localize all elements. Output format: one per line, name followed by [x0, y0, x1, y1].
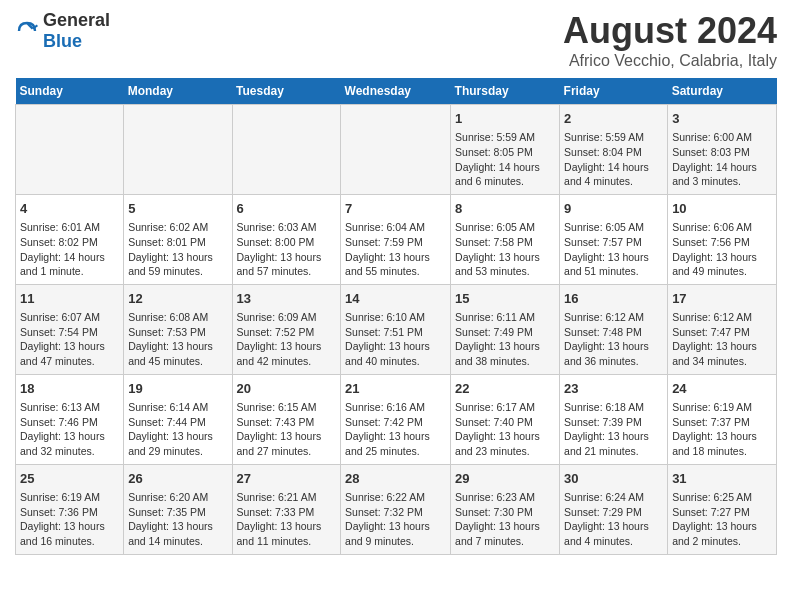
day-info: Sunrise: 6:17 AMSunset: 7:40 PMDaylight:…	[455, 400, 555, 459]
day-number: 25	[20, 470, 119, 488]
calendar-week-5: 25Sunrise: 6:19 AMSunset: 7:36 PMDayligh…	[16, 464, 777, 554]
day-number: 3	[672, 110, 772, 128]
calendar-cell: 5Sunrise: 6:02 AMSunset: 8:01 PMDaylight…	[124, 194, 232, 284]
day-info: Sunrise: 6:12 AMSunset: 7:47 PMDaylight:…	[672, 310, 772, 369]
day-number: 31	[672, 470, 772, 488]
day-number: 22	[455, 380, 555, 398]
logo-text: General Blue	[43, 10, 110, 52]
calendar-cell: 10Sunrise: 6:06 AMSunset: 7:56 PMDayligh…	[668, 194, 777, 284]
calendar-cell: 19Sunrise: 6:14 AMSunset: 7:44 PMDayligh…	[124, 374, 232, 464]
day-info: Sunrise: 6:04 AMSunset: 7:59 PMDaylight:…	[345, 220, 446, 279]
day-number: 19	[128, 380, 227, 398]
calendar-cell: 17Sunrise: 6:12 AMSunset: 7:47 PMDayligh…	[668, 284, 777, 374]
calendar-cell: 11Sunrise: 6:07 AMSunset: 7:54 PMDayligh…	[16, 284, 124, 374]
calendar-cell: 7Sunrise: 6:04 AMSunset: 7:59 PMDaylight…	[341, 194, 451, 284]
day-number: 4	[20, 200, 119, 218]
calendar-cell: 30Sunrise: 6:24 AMSunset: 7:29 PMDayligh…	[560, 464, 668, 554]
calendar-week-3: 11Sunrise: 6:07 AMSunset: 7:54 PMDayligh…	[16, 284, 777, 374]
calendar-cell: 26Sunrise: 6:20 AMSunset: 7:35 PMDayligh…	[124, 464, 232, 554]
calendar-cell: 31Sunrise: 6:25 AMSunset: 7:27 PMDayligh…	[668, 464, 777, 554]
day-number: 17	[672, 290, 772, 308]
calendar-cell: 14Sunrise: 6:10 AMSunset: 7:51 PMDayligh…	[341, 284, 451, 374]
calendar-cell: 12Sunrise: 6:08 AMSunset: 7:53 PMDayligh…	[124, 284, 232, 374]
day-info: Sunrise: 6:06 AMSunset: 7:56 PMDaylight:…	[672, 220, 772, 279]
calendar-cell	[124, 105, 232, 195]
header-sunday: Sunday	[16, 78, 124, 105]
day-info: Sunrise: 6:09 AMSunset: 7:52 PMDaylight:…	[237, 310, 337, 369]
day-info: Sunrise: 6:03 AMSunset: 8:00 PMDaylight:…	[237, 220, 337, 279]
day-number: 6	[237, 200, 337, 218]
calendar-week-1: 1Sunrise: 5:59 AMSunset: 8:05 PMDaylight…	[16, 105, 777, 195]
day-number: 30	[564, 470, 663, 488]
day-info: Sunrise: 6:11 AMSunset: 7:49 PMDaylight:…	[455, 310, 555, 369]
day-number: 16	[564, 290, 663, 308]
day-number: 5	[128, 200, 227, 218]
calendar-cell: 24Sunrise: 6:19 AMSunset: 7:37 PMDayligh…	[668, 374, 777, 464]
day-number: 13	[237, 290, 337, 308]
day-info: Sunrise: 6:07 AMSunset: 7:54 PMDaylight:…	[20, 310, 119, 369]
logo-general: General	[43, 10, 110, 30]
day-info: Sunrise: 6:02 AMSunset: 8:01 PMDaylight:…	[128, 220, 227, 279]
day-number: 21	[345, 380, 446, 398]
day-number: 12	[128, 290, 227, 308]
header-friday: Friday	[560, 78, 668, 105]
header-thursday: Thursday	[451, 78, 560, 105]
logo-icon	[15, 19, 39, 43]
day-info: Sunrise: 6:15 AMSunset: 7:43 PMDaylight:…	[237, 400, 337, 459]
calendar-cell: 15Sunrise: 6:11 AMSunset: 7:49 PMDayligh…	[451, 284, 560, 374]
logo-blue: Blue	[43, 31, 82, 51]
day-info: Sunrise: 6:12 AMSunset: 7:48 PMDaylight:…	[564, 310, 663, 369]
calendar-cell: 1Sunrise: 5:59 AMSunset: 8:05 PMDaylight…	[451, 105, 560, 195]
calendar-cell	[341, 105, 451, 195]
calendar-cell	[232, 105, 341, 195]
day-info: Sunrise: 6:24 AMSunset: 7:29 PMDaylight:…	[564, 490, 663, 549]
calendar-cell	[16, 105, 124, 195]
calendar-cell: 8Sunrise: 6:05 AMSunset: 7:58 PMDaylight…	[451, 194, 560, 284]
calendar-cell: 6Sunrise: 6:03 AMSunset: 8:00 PMDaylight…	[232, 194, 341, 284]
calendar-cell: 22Sunrise: 6:17 AMSunset: 7:40 PMDayligh…	[451, 374, 560, 464]
calendar-table: Sunday Monday Tuesday Wednesday Thursday…	[15, 78, 777, 555]
calendar-cell: 28Sunrise: 6:22 AMSunset: 7:32 PMDayligh…	[341, 464, 451, 554]
calendar-header: Sunday Monday Tuesday Wednesday Thursday…	[16, 78, 777, 105]
day-number: 15	[455, 290, 555, 308]
calendar-cell: 16Sunrise: 6:12 AMSunset: 7:48 PMDayligh…	[560, 284, 668, 374]
day-info: Sunrise: 5:59 AMSunset: 8:05 PMDaylight:…	[455, 130, 555, 189]
header-monday: Monday	[124, 78, 232, 105]
calendar-week-4: 18Sunrise: 6:13 AMSunset: 7:46 PMDayligh…	[16, 374, 777, 464]
calendar-week-2: 4Sunrise: 6:01 AMSunset: 8:02 PMDaylight…	[16, 194, 777, 284]
day-info: Sunrise: 6:25 AMSunset: 7:27 PMDaylight:…	[672, 490, 772, 549]
day-number: 23	[564, 380, 663, 398]
day-info: Sunrise: 6:22 AMSunset: 7:32 PMDaylight:…	[345, 490, 446, 549]
title-area: August 2024 Africo Vecchio, Calabria, It…	[563, 10, 777, 70]
day-number: 26	[128, 470, 227, 488]
calendar-cell: 2Sunrise: 5:59 AMSunset: 8:04 PMDaylight…	[560, 105, 668, 195]
day-info: Sunrise: 6:00 AMSunset: 8:03 PMDaylight:…	[672, 130, 772, 189]
header-saturday: Saturday	[668, 78, 777, 105]
day-number: 11	[20, 290, 119, 308]
day-info: Sunrise: 6:16 AMSunset: 7:42 PMDaylight:…	[345, 400, 446, 459]
day-number: 8	[455, 200, 555, 218]
day-number: 18	[20, 380, 119, 398]
day-number: 7	[345, 200, 446, 218]
calendar-cell: 9Sunrise: 6:05 AMSunset: 7:57 PMDaylight…	[560, 194, 668, 284]
calendar-cell: 18Sunrise: 6:13 AMSunset: 7:46 PMDayligh…	[16, 374, 124, 464]
day-info: Sunrise: 6:19 AMSunset: 7:36 PMDaylight:…	[20, 490, 119, 549]
calendar-body: 1Sunrise: 5:59 AMSunset: 8:05 PMDaylight…	[16, 105, 777, 555]
day-info: Sunrise: 6:01 AMSunset: 8:02 PMDaylight:…	[20, 220, 119, 279]
day-number: 20	[237, 380, 337, 398]
calendar-cell: 13Sunrise: 6:09 AMSunset: 7:52 PMDayligh…	[232, 284, 341, 374]
day-number: 28	[345, 470, 446, 488]
day-number: 2	[564, 110, 663, 128]
sub-title: Africo Vecchio, Calabria, Italy	[563, 52, 777, 70]
day-info: Sunrise: 6:19 AMSunset: 7:37 PMDaylight:…	[672, 400, 772, 459]
day-info: Sunrise: 6:21 AMSunset: 7:33 PMDaylight:…	[237, 490, 337, 549]
header-row: Sunday Monday Tuesday Wednesday Thursday…	[16, 78, 777, 105]
day-number: 9	[564, 200, 663, 218]
calendar-cell: 21Sunrise: 6:16 AMSunset: 7:42 PMDayligh…	[341, 374, 451, 464]
day-info: Sunrise: 6:14 AMSunset: 7:44 PMDaylight:…	[128, 400, 227, 459]
page-header: General Blue August 2024 Africo Vecchio,…	[15, 10, 777, 70]
day-info: Sunrise: 6:13 AMSunset: 7:46 PMDaylight:…	[20, 400, 119, 459]
calendar-cell: 23Sunrise: 6:18 AMSunset: 7:39 PMDayligh…	[560, 374, 668, 464]
calendar-cell: 25Sunrise: 6:19 AMSunset: 7:36 PMDayligh…	[16, 464, 124, 554]
day-number: 29	[455, 470, 555, 488]
